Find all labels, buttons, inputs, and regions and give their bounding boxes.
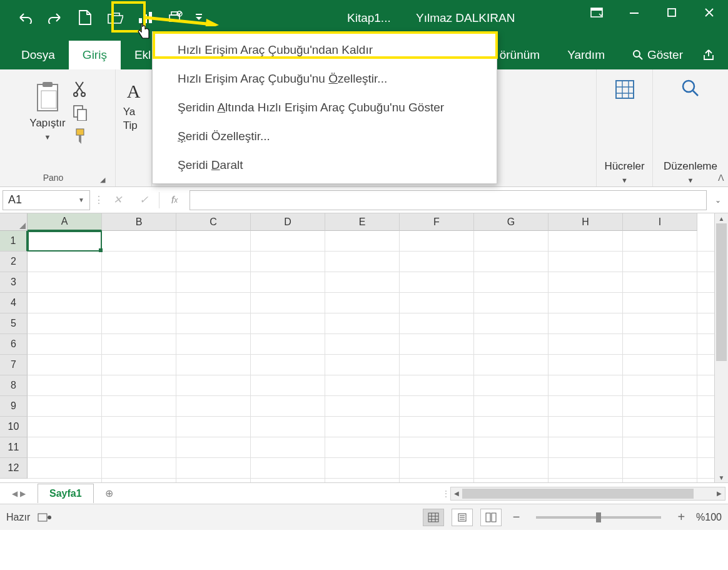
horizontal-scrollbar[interactable]: ◀ ▶ [450,487,725,501]
zoom-level[interactable]: %100 [696,512,722,523]
enter-formula-button[interactable]: ✓ [133,190,155,210]
pano-dialog-launcher[interactable]: ◢ [100,176,109,186]
column-header[interactable]: B [102,213,176,231]
cancel-formula-button[interactable]: ✕ [106,190,129,210]
row-header[interactable]: 8 [0,375,28,396]
row-header[interactable]: 5 [0,313,28,334]
svg-point-25 [48,516,51,519]
context-customize-qat[interactable]: Hızlı Erişim Araç Çubuğu'nu Özelleştir..… [153,64,497,93]
close-button[interactable] [690,0,728,25]
copy-button[interactable] [72,104,88,121]
tab-yardim[interactable]: Yardım [554,41,619,69]
status-ready: Hazır [6,512,30,523]
column-header[interactable]: E [325,213,400,231]
svg-rect-28 [486,513,490,522]
spreadsheet: ABCDEFGHI 123456789101112 ▲ ▼ [0,213,728,482]
editing-button[interactable]: Düzenleme ▼ [661,160,720,186]
row-header[interactable]: 6 [0,334,28,355]
cut-button[interactable] [72,81,88,97]
tab-split-handle[interactable]: ⋮ [442,489,450,499]
context-remove-from-qat[interactable]: Hızlı Erişim Araç Çubuğu'ndan Kaldır [153,36,497,64]
row-header[interactable]: 4 [0,293,28,313]
new-file-button[interactable] [73,5,98,30]
chart-button[interactable] [133,5,158,30]
formula-input[interactable] [190,190,707,210]
chevron-down-icon: ▼ [687,176,694,184]
tab-giris[interactable]: Giriş [69,41,121,69]
maximize-button[interactable] [653,0,690,25]
context-collapse-ribbon[interactable]: Şeridi Daralt [153,151,497,180]
print-preview-button[interactable] [163,5,188,30]
column-header[interactable]: F [400,213,474,231]
row-header[interactable]: 1 [0,231,28,252]
column-header[interactable]: G [474,213,549,231]
select-all-corner[interactable] [0,213,28,231]
row-header[interactable]: 3 [0,272,28,293]
svg-rect-24 [38,514,47,521]
search-icon [632,49,644,61]
insert-function-button[interactable]: fx [163,190,186,210]
vertical-scrollbar[interactable]: ▲ ▼ [714,213,728,482]
column-header[interactable]: I [623,213,697,231]
share-button[interactable] [697,49,722,61]
font-icon: A [123,78,144,104]
open-file-button[interactable] [103,5,128,30]
zoom-slider[interactable] [536,516,661,519]
svg-rect-10 [668,9,675,16]
ribbon-display-options[interactable] [578,0,615,25]
format-painter-button[interactable] [72,128,88,145]
tab-dosya[interactable]: Dosya [8,41,69,69]
collapse-ribbon-button[interactable]: ᐱ [718,173,724,183]
scroll-right-arrow[interactable]: ▶ [714,490,725,497]
svg-rect-0 [139,18,142,23]
row-header[interactable]: 7 [0,355,28,375]
sheet-tab-sayfa1[interactable]: Sayfa1 [38,484,94,503]
column-header[interactable]: C [176,213,251,231]
qat-context-menu: Hızlı Erişim Araç Çubuğu'ndan Kaldır Hız… [152,31,497,184]
column-header[interactable]: A [28,213,102,231]
svg-rect-26 [428,513,438,522]
row-header[interactable]: 12 [0,458,28,479]
row-header[interactable]: 2 [0,252,28,272]
zoom-out-button[interactable]: − [509,510,524,524]
name-box[interactable]: A1▼ [3,190,90,210]
svg-rect-2 [149,12,152,23]
ribbon-group-pano: Yapıştır ▼ Pano ◢ [0,69,116,186]
undo-button[interactable] [13,5,38,30]
paste-button[interactable]: Yapıştır ▼ [27,78,68,143]
brush-icon [73,128,88,145]
add-sheet-button[interactable]: ⊕ [100,487,119,499]
column-header[interactable]: D [251,213,325,231]
context-customize-ribbon[interactable]: Şeridi Özelleştir... [153,122,497,151]
sheet-tab-bar: ◀ ▶ Sayfa1 ⊕ ⋮ ◀ ▶ [0,482,728,504]
hscroll-thumb[interactable] [462,489,694,499]
tab-goster[interactable]: Göster [619,41,697,69]
row-header[interactable]: 9 [0,396,28,417]
font-label-line2: Tip [123,120,138,132]
normal-view-button[interactable] [423,509,444,526]
scroll-left-arrow[interactable]: ◀ [451,490,462,497]
chevron-down-icon: ▼ [44,133,51,141]
macro-record-button[interactable] [38,512,51,523]
expand-formula-bar[interactable]: ⌄ [710,196,725,205]
group-label-pano: Pano [6,170,100,186]
minimize-button[interactable] [615,0,653,25]
redo-button[interactable] [43,5,68,30]
search-icon [680,78,700,98]
cells-button[interactable]: Hücreler ▼ [602,160,647,186]
row-header[interactable]: 10 [0,417,28,437]
vscroll-thumb[interactable] [716,223,727,361]
row-header[interactable]: 11 [0,437,28,458]
qat-customize-dropdown[interactable] [193,13,205,22]
column-header[interactable]: H [549,213,623,231]
context-show-qat-below[interactable]: Şeridin Altında Hızlı Erişim Araç Çubuğu… [153,93,497,122]
page-layout-view-button[interactable] [452,509,473,526]
scroll-up-arrow[interactable]: ▲ [715,213,728,223]
page-break-view-button[interactable] [480,509,502,526]
name-box-handle[interactable]: ⋮ [94,194,103,206]
zoom-slider-thumb[interactable] [596,512,601,522]
grid-body[interactable] [28,231,714,482]
scroll-down-arrow[interactable]: ▼ [715,472,728,482]
zoom-in-button[interactable]: + [674,510,689,524]
sheet-nav-buttons[interactable]: ◀ ▶ [0,489,38,498]
